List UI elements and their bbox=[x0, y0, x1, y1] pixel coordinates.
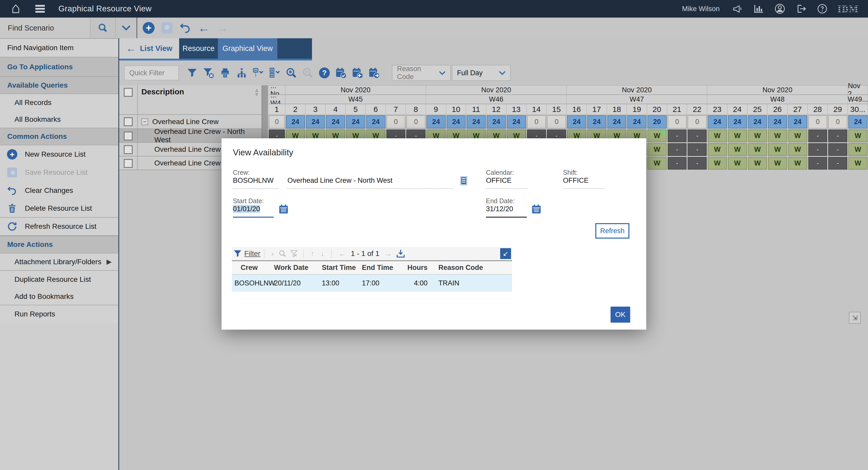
availability-cell[interactable]: W bbox=[708, 129, 727, 142]
chevron-down-icon[interactable] bbox=[115, 18, 136, 38]
capacity-cell[interactable]: 0 bbox=[386, 115, 406, 128]
chart-icon[interactable] bbox=[753, 3, 765, 15]
collapse-icon[interactable]: − bbox=[142, 118, 148, 125]
availability-cell[interactable]: - bbox=[688, 129, 707, 142]
table-row-group[interactable]: − Overhead Line Crew bbox=[119, 115, 261, 129]
day-header[interactable]: 15 bbox=[547, 104, 567, 115]
capacity-cell[interactable]: 24 bbox=[728, 115, 747, 128]
availability-cell[interactable]: - bbox=[828, 143, 847, 156]
day-header[interactable]: 8 bbox=[406, 104, 426, 115]
sidebar-section-go-to-applications[interactable]: Go To Applications bbox=[0, 57, 118, 77]
restore-view-icon[interactable]: ↙ bbox=[500, 248, 511, 259]
availability-cell[interactable]: W bbox=[748, 129, 767, 142]
row-checkbox[interactable] bbox=[124, 145, 133, 154]
sort-icon[interactable]: ▵▿ bbox=[255, 88, 258, 96]
availability-cell[interactable]: W bbox=[848, 129, 867, 142]
day-header[interactable]: 29 bbox=[828, 104, 848, 115]
day-header[interactable]: 23 bbox=[707, 104, 727, 115]
capacity-cell[interactable]: 24 bbox=[467, 115, 486, 128]
day-header[interactable]: 1 bbox=[268, 104, 285, 115]
sidebar-item-refresh-resource-list[interactable]: Refresh Resource List bbox=[0, 218, 118, 236]
capacity-cell[interactable]: 24 bbox=[447, 115, 466, 128]
availability-cell[interactable]: W bbox=[648, 129, 666, 142]
day-header[interactable]: 4 bbox=[326, 104, 346, 115]
availability-cell[interactable]: W bbox=[788, 129, 807, 142]
day-header[interactable]: 6 bbox=[366, 104, 386, 115]
availability-cell[interactable]: - bbox=[668, 143, 687, 156]
day-header[interactable]: 13 bbox=[506, 104, 527, 115]
download-icon[interactable] bbox=[395, 249, 406, 258]
sidebar-item-new-resource-list[interactable]: + New Resource List bbox=[0, 145, 118, 163]
capacity-cell[interactable]: 24 bbox=[427, 115, 446, 128]
day-header[interactable]: 28 bbox=[808, 104, 828, 115]
calendar-previous-icon[interactable] bbox=[350, 65, 365, 81]
availability-cell[interactable]: W bbox=[788, 157, 807, 169]
sidebar-item-add-to-bookmarks[interactable]: Add to Bookmarks bbox=[0, 288, 118, 305]
day-header[interactable]: 22 bbox=[687, 104, 707, 115]
help-icon[interactable]: ? bbox=[317, 65, 332, 81]
capacity-cell[interactable]: 24 bbox=[286, 115, 305, 128]
menu-icon[interactable] bbox=[34, 3, 46, 15]
start-date-input[interactable]: 01/01/20 bbox=[233, 205, 274, 218]
capacity-cell[interactable]: 0 bbox=[269, 115, 285, 128]
day-header[interactable]: 16 bbox=[567, 104, 587, 115]
column-header[interactable]: Crew bbox=[232, 264, 274, 272]
availability-cell[interactable]: - bbox=[828, 129, 847, 142]
filter-link[interactable]: Filter bbox=[244, 249, 260, 258]
detail-menu-icon[interactable] bbox=[461, 177, 467, 185]
day-header[interactable]: 17 bbox=[587, 104, 607, 115]
undo-icon[interactable] bbox=[179, 22, 191, 34]
day-header[interactable]: 3 bbox=[306, 104, 326, 115]
sign-out-icon[interactable] bbox=[795, 3, 807, 15]
capacity-cell[interactable]: 24 bbox=[748, 115, 767, 128]
availability-cell[interactable]: - bbox=[808, 157, 828, 169]
clear-filter-icon[interactable] bbox=[201, 65, 216, 81]
zoom-in-icon[interactable] bbox=[284, 65, 299, 81]
capacity-cell[interactable]: 24 bbox=[788, 115, 807, 128]
day-header[interactable]: 30... bbox=[848, 104, 868, 115]
day-header[interactable]: 26 bbox=[768, 104, 787, 115]
day-header[interactable]: 2 bbox=[285, 104, 306, 115]
day-header[interactable]: 20 bbox=[647, 104, 667, 115]
day-header[interactable]: 5 bbox=[346, 104, 366, 115]
previous-record-icon[interactable]: ← bbox=[198, 22, 210, 34]
home-icon[interactable] bbox=[10, 3, 22, 15]
crew-description-field[interactable]: Overhead Line Crew - North West bbox=[287, 177, 453, 189]
availability-cell[interactable]: W bbox=[728, 129, 747, 142]
user-name[interactable]: Mike Wilson bbox=[682, 5, 720, 13]
shift-field[interactable]: OFFICE bbox=[563, 177, 604, 189]
day-header[interactable]: 27 bbox=[787, 104, 808, 115]
column-header[interactable]: Start Time bbox=[322, 264, 362, 272]
availability-cell[interactable]: - bbox=[668, 129, 687, 142]
tab-list-view[interactable]: ← List View bbox=[119, 38, 179, 59]
crew-field[interactable]: BOSOHLNW bbox=[233, 177, 278, 189]
capacity-cell[interactable]: 24 bbox=[346, 115, 365, 128]
day-header[interactable]: 10 bbox=[446, 104, 466, 115]
expand-level-icon[interactable] bbox=[267, 65, 282, 81]
capacity-cell[interactable]: 24 bbox=[608, 115, 627, 128]
grid-corner-export-icon[interactable]: ⇲ bbox=[849, 312, 861, 324]
capacity-cell[interactable]: 0 bbox=[547, 115, 566, 128]
availability-cell[interactable]: - bbox=[668, 157, 687, 169]
calendar-field[interactable]: OFFICE bbox=[486, 177, 527, 189]
calendar-next-icon[interactable] bbox=[367, 65, 381, 81]
announcement-icon[interactable] bbox=[732, 3, 743, 15]
availability-cell[interactable]: W bbox=[848, 143, 867, 156]
filter-icon[interactable] bbox=[232, 249, 243, 258]
row-checkbox[interactable] bbox=[124, 132, 133, 140]
capacity-cell[interactable]: 24 bbox=[366, 115, 385, 128]
user-icon[interactable] bbox=[774, 3, 786, 15]
availability-cell[interactable]: W bbox=[768, 129, 787, 142]
availability-cell[interactable]: - bbox=[808, 129, 828, 142]
availability-cell[interactable]: W bbox=[748, 143, 767, 156]
sidebar-item-all-records[interactable]: All Records bbox=[0, 94, 118, 111]
availability-cell[interactable]: W bbox=[648, 143, 666, 156]
description-header[interactable]: Description bbox=[142, 87, 184, 96]
row-checkbox[interactable] bbox=[124, 159, 133, 168]
capacity-cell[interactable]: 24 bbox=[487, 115, 506, 128]
availability-cell[interactable]: W bbox=[648, 157, 666, 169]
refresh-button[interactable]: Refresh bbox=[595, 223, 629, 239]
day-header[interactable]: 12 bbox=[486, 104, 506, 115]
reason-code-select[interactable]: Reason Code bbox=[392, 65, 451, 81]
filter-icon[interactable] bbox=[185, 65, 199, 81]
